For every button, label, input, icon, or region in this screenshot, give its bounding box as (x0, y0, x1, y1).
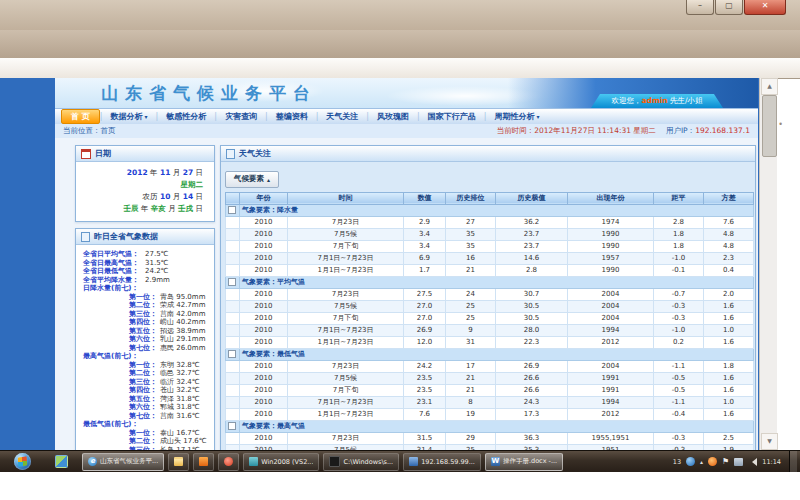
show-desktop-button[interactable] (789, 451, 797, 472)
menu-item-2[interactable]: 敏感性分析 (158, 110, 214, 123)
table-row[interactable]: 20107月23日2.92736.219742.87.6 (226, 216, 754, 228)
cell: 1.8 (654, 228, 704, 240)
rank-value: 荣成 42.7mm (160, 301, 205, 310)
taskbar-button[interactable]: 192.168.59.99... (403, 453, 481, 471)
table-row[interactable]: 20107月下旬27.02530.52004-0.31.6 (226, 312, 754, 324)
tray-clock[interactable]: 11:14 (762, 458, 781, 466)
maximize-button[interactable]: ▢ (715, 0, 743, 15)
cell: -0.1 (654, 264, 704, 276)
taskbar-button[interactable] (218, 453, 239, 471)
table-row[interactable]: 20107月5候27.02530.52004-0.31.6 (226, 300, 754, 312)
column-header[interactable]: 历史排位 (446, 192, 496, 204)
speaker-icon[interactable] (748, 458, 757, 466)
taskbar-button[interactable]: C:\Windows\s... (323, 453, 399, 471)
table-row[interactable]: 20101月1日~7月23日7.61917.32012-0.41.6 (226, 408, 754, 420)
rank-value: 莒南 42.0mm (160, 310, 205, 319)
table-row[interactable]: 20107月23日27.52430.72004-0.72.0 (226, 288, 754, 300)
climate-element-filter-button[interactable]: 气候要素 ▴ (225, 171, 279, 188)
date-segment: 辛亥 (151, 204, 166, 213)
taskbar-button[interactable]: e山东省气候业务平... (82, 453, 164, 471)
table-row[interactable]: 20107月5候3.43523.719901.84.8 (226, 228, 754, 240)
cell: 1.6 (704, 372, 754, 384)
stat-label: 全省平均降水量： (83, 276, 139, 285)
vertical-scrollbar[interactable]: ▲ ▼ (759, 78, 777, 450)
breadcrumb: 当前位置：首页 (63, 126, 116, 136)
scroll-down-icon[interactable]: ▼ (761, 433, 778, 450)
tray-lang-indicator[interactable]: 13 (673, 458, 681, 466)
table-row[interactable]: 20107月1日~7月23日26.9928.01994-1.01.0 (226, 324, 754, 336)
column-header[interactable]: 年份 (240, 192, 288, 204)
cell: -0.3 (654, 300, 704, 312)
tray-expand-icon[interactable]: ▴ (700, 458, 703, 465)
taskbar-button[interactable]: W操作手册.docx -... (485, 453, 563, 471)
table-row[interactable]: 20107月23日24.21726.92004-1.11.8 (226, 360, 754, 372)
cell: 1月1日~7月23日 (288, 408, 404, 420)
document-icon (226, 149, 235, 159)
menu-item-8[interactable]: 周期性分析▾ (486, 110, 547, 123)
scroll-up-icon[interactable]: ▲ (761, 78, 778, 95)
column-header[interactable]: 距平 (654, 192, 704, 204)
group-checkbox[interactable] (228, 422, 236, 430)
date-segment: 月 (166, 204, 178, 213)
cell: 4.8 (704, 228, 754, 240)
element-group-row[interactable]: 气象要素：降水量 (226, 204, 754, 216)
group-checkbox[interactable] (228, 206, 236, 214)
action-center-flag-icon[interactable]: ⚑ (722, 457, 729, 466)
cell: 2004 (568, 300, 654, 312)
cell: 24.2 (404, 360, 446, 372)
menu-item-7[interactable]: 国家下行产品 (420, 110, 484, 123)
user-ip-label: 用户IP： (666, 126, 695, 135)
rank-value: 成山头 17.6℃ (160, 437, 207, 446)
minimize-button[interactable]: – (686, 0, 714, 15)
menu-item-6[interactable]: 风玫瑰图 (369, 110, 417, 123)
stat-label: 全省日平均气温： (83, 250, 139, 259)
table-row[interactable]: 20101月1日~7月23日1.7212.81990-0.10.4 (226, 264, 754, 276)
close-button[interactable]: ✕ (744, 0, 786, 15)
menu-item-4[interactable]: 整编资料 (268, 110, 316, 123)
rank-value: 东明 32.8℃ (160, 361, 200, 370)
taskbar-button[interactable] (168, 453, 189, 471)
element-group-row[interactable]: 气象要素：最低气温 (226, 348, 754, 360)
pinned-app-icon[interactable] (55, 455, 68, 468)
table-row[interactable]: 20107月1日~7月23日6.91614.61957-1.02.3 (226, 252, 754, 264)
menu-item-1[interactable]: 数据分析▾ (103, 110, 156, 123)
column-header[interactable]: 时间 (288, 192, 404, 204)
taskbar-button[interactable] (193, 453, 214, 471)
group-title-cell: 气象要素：降水量 (240, 204, 754, 216)
tray-messenger-icon[interactable] (686, 457, 695, 466)
rank-item: 第一位：东明 32.8℃ (83, 361, 211, 370)
menu-item-3[interactable]: 灾害查询 (217, 110, 265, 123)
column-header[interactable]: 数值 (404, 192, 446, 204)
start-button[interactable] (14, 453, 31, 470)
cell: 36.3 (496, 432, 568, 444)
cell: 2010 (240, 324, 288, 336)
taskbar-button[interactable]: Win2008 (VS2... (243, 453, 319, 471)
group-checkbox[interactable] (228, 278, 236, 286)
element-group-row[interactable]: 气象要素：平均气温 (226, 276, 754, 288)
date-segment: 27 (183, 168, 193, 177)
table-row[interactable]: 20107月下旬3.43523.719901.84.8 (226, 240, 754, 252)
column-header[interactable]: 出现年份 (568, 192, 654, 204)
menu-item-0[interactable]: 首 页 (61, 109, 100, 124)
scrollbar-thumb[interactable] (762, 95, 777, 157)
status-bar: 当前位置：首页 当前时间：2012年11月27日 11:14:31 星期二用户I… (55, 124, 758, 138)
cell: 2010 (240, 300, 288, 312)
cell: 7月5候 (288, 372, 404, 384)
row-select-cell (226, 228, 240, 240)
group-checkbox[interactable] (228, 350, 236, 358)
rank-label: 第七位： (129, 412, 157, 421)
column-header[interactable]: 历史极值 (496, 192, 568, 204)
table-row[interactable]: 20107月下旬23.52126.61991-0.51.6 (226, 384, 754, 396)
table-row[interactable]: 20107月5候23.52126.61991-0.51.6 (226, 372, 754, 384)
table-row[interactable]: 20107月1日~7月23日23.1824.31994-1.11.0 (226, 396, 754, 408)
network-icon[interactable] (734, 458, 743, 466)
cell: 7月下旬 (288, 384, 404, 396)
tray-fox-icon[interactable] (708, 457, 717, 466)
table-row[interactable]: 20101月1日~7月23日12.03122.320120.21.6 (226, 336, 754, 348)
column-header[interactable]: 方差 (704, 192, 754, 204)
menu-item-5[interactable]: 天气关注 (318, 110, 366, 123)
table-row[interactable]: 20107月23日31.52936.31955,1951-0.32.5 (226, 432, 754, 444)
cell: 2.9 (404, 216, 446, 228)
element-group-row[interactable]: 气象要素：最高气温 (226, 420, 754, 432)
cell: 1974 (568, 216, 654, 228)
